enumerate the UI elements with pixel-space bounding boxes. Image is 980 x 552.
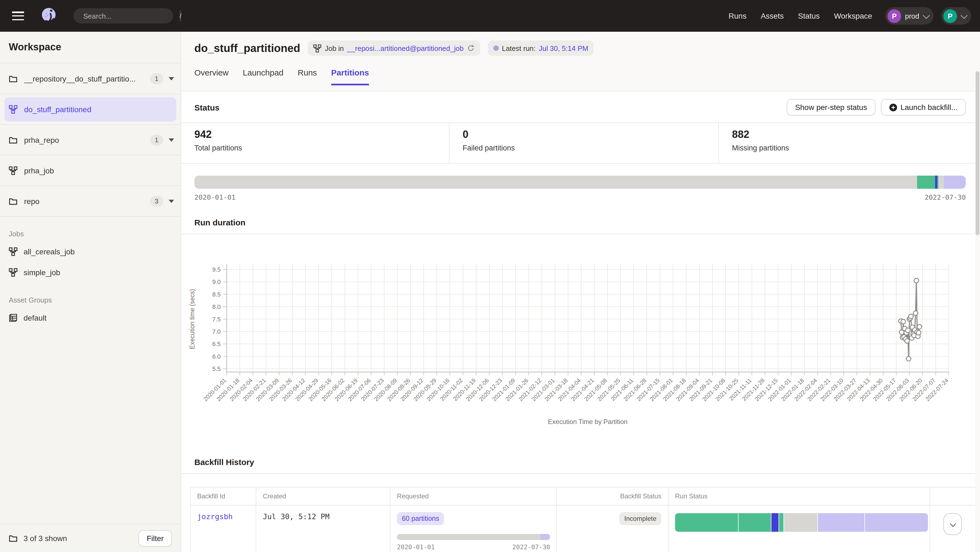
chevron-down-icon[interactable] — [169, 200, 174, 203]
page-title: do_stuff_partitioned — [194, 42, 300, 54]
sidebar-item--repository-do-stuff-partitio-[interactable]: __repository__do_stuff_partitio...1 — [0, 63, 181, 94]
table-row: jozrgsbhJul 30, 5:12 PM60 partitions2020… — [190, 505, 975, 552]
requested-partitions-badge[interactable]: 60 partitions — [397, 512, 444, 525]
dagster-app: / RunsAssetsStatusWorkspace P prod P Wor… — [0, 0, 980, 552]
top-nav-links: RunsAssetsStatusWorkspace — [729, 11, 872, 20]
top-nav-runs[interactable]: Runs — [729, 11, 746, 20]
chevron-down-icon[interactable] — [169, 77, 174, 80]
tab-launchpad[interactable]: Launchpad — [243, 68, 283, 85]
partition-stats: 942Total partitions0Failed partitions882… — [181, 122, 980, 163]
bar-segment — [397, 534, 541, 540]
bar-segment — [939, 176, 943, 189]
bar-segment — [917, 176, 935, 189]
backfill-id-link[interactable]: jozrgsbh — [197, 512, 233, 521]
svg-text:8.5: 8.5 — [212, 291, 221, 298]
launch-backfill-button[interactable]: Launch backfill... — [881, 99, 966, 116]
data-point[interactable] — [906, 357, 911, 361]
requested-range-end: 2022-07-30 — [512, 543, 550, 551]
scrollbar-thumb[interactable] — [975, 71, 980, 235]
search-input[interactable] — [83, 12, 180, 20]
sidebar-item-default[interactable]: default — [0, 308, 181, 328]
tab-partitions[interactable]: Partitions — [331, 68, 369, 85]
sidebar-footer: 3 of 3 shown Filter — [0, 523, 181, 552]
asset-groups-section-label: Asset Groups — [0, 283, 181, 308]
sidebar-item-prha-repo[interactable]: prha_repo1 — [0, 125, 181, 155]
run-status-bar[interactable] — [675, 513, 928, 532]
deployment-label: prod — [905, 12, 919, 20]
run-status-dot-icon — [493, 45, 498, 51]
data-point[interactable] — [905, 328, 910, 333]
latest-run-link[interactable]: Jul 30, 5:14 PM — [539, 44, 588, 52]
latest-run-tag: Latest run: Jul 30, 5:14 PM — [488, 40, 594, 56]
sidebar-item-all-cereals-job[interactable]: all_cereals_job — [0, 241, 181, 262]
job-origin-link[interactable]: __reposi...artitioned@partitioned_job — [347, 44, 463, 52]
deployment-avatar: P — [888, 9, 901, 23]
partition-status-bar-block: 2020-01-01 2022-07-30 — [181, 163, 980, 201]
job-icon — [313, 44, 321, 52]
data-point[interactable] — [901, 319, 905, 324]
sidebar-item-repo[interactable]: repo3 — [0, 186, 181, 217]
user-menu[interactable]: P — [941, 7, 971, 25]
dagster-logo-icon[interactable] — [40, 6, 59, 26]
data-point[interactable] — [916, 330, 921, 335]
table-header-row: Backfill IdCreatedRequestedBackfill Stat… — [190, 487, 975, 505]
data-point[interactable] — [917, 324, 922, 329]
tab-overview[interactable]: Overview — [194, 68, 229, 85]
stat-label: Total partitions — [194, 144, 449, 152]
bar-segment — [771, 513, 779, 532]
main-content: do_stuff_partitioned Job in __reposi...a… — [181, 32, 980, 552]
data-point[interactable] — [905, 339, 909, 343]
sidebar-asset-groups-list: default — [0, 308, 181, 328]
svg-text:5.5: 5.5 — [212, 365, 221, 372]
sidebar-item-label: __repository__do_stuff_partitio... — [24, 74, 150, 83]
backfill-status-badge: Incomplete — [619, 512, 661, 525]
count-badge: 1 — [150, 73, 163, 84]
column-header-requested: Requested — [390, 487, 557, 505]
plus-circle-icon — [889, 103, 897, 112]
sidebar-item-label: default — [24, 314, 46, 322]
run-duration-chart: 5.56.06.57.07.58.08.59.09.52020-01-01202… — [181, 234, 980, 431]
top-nav-assets[interactable]: Assets — [761, 11, 784, 20]
tab-runs[interactable]: Runs — [298, 68, 317, 85]
backfill-created: Jul 30, 5:12 PM — [263, 512, 329, 521]
partition-status-bar[interactable] — [194, 176, 966, 189]
job-icon — [9, 104, 19, 114]
chevron-down-icon[interactable] — [169, 138, 174, 141]
hamburger-menu-icon[interactable] — [12, 11, 24, 20]
backfill-history-title: Backfill History — [181, 457, 980, 474]
sidebar-item-simple-job[interactable]: simple_job — [0, 262, 181, 283]
scrollbar[interactable] — [975, 32, 980, 552]
data-point[interactable] — [913, 311, 918, 316]
filter-button[interactable]: Filter — [138, 530, 172, 546]
sidebar-item-do-stuff-partitioned[interactable]: do_stuff_partitioned — [0, 94, 181, 125]
column-header-actions — [930, 487, 975, 505]
requested-range-bar — [397, 534, 550, 540]
chevron-down-icon — [950, 520, 956, 527]
data-point[interactable] — [908, 314, 913, 319]
chevron-down-icon — [923, 11, 930, 18]
bar-segment — [935, 176, 937, 189]
deployment-switcher[interactable]: P prod — [885, 7, 934, 25]
refresh-icon[interactable] — [467, 44, 474, 52]
sidebar-item-prha-job[interactable]: prha_job — [0, 155, 181, 186]
stat-missing-partitions: 882Missing partitions — [718, 123, 980, 163]
stat-label: Missing partitions — [732, 144, 980, 152]
data-point[interactable] — [914, 278, 919, 283]
svg-text:Execution Time by Partition: Execution Time by Partition — [548, 418, 628, 425]
row-expand-button[interactable] — [943, 513, 962, 535]
stat-label: Failed partitions — [463, 144, 718, 152]
column-header-created: Created — [256, 487, 390, 505]
top-nav-workspace[interactable]: Workspace — [834, 11, 872, 20]
backfill-history-table: Backfill IdCreatedRequestedBackfill Stat… — [190, 487, 975, 552]
count-badge: 3 — [150, 195, 163, 206]
show-per-step-status-button[interactable]: Show per-step status — [787, 99, 875, 116]
sidebar-item-label: do_stuff_partitioned — [24, 105, 172, 114]
stat-failed-partitions: 0Failed partitions — [449, 123, 718, 163]
global-search: / — [73, 8, 173, 24]
sidebar-jobs-list: all_cereals_jobsimple_job — [0, 241, 181, 283]
stat-value: 0 — [463, 128, 718, 141]
bar-segment — [818, 513, 864, 532]
bar-segment — [541, 534, 550, 540]
svg-text:9.5: 9.5 — [212, 266, 221, 273]
top-nav-status[interactable]: Status — [798, 11, 819, 20]
